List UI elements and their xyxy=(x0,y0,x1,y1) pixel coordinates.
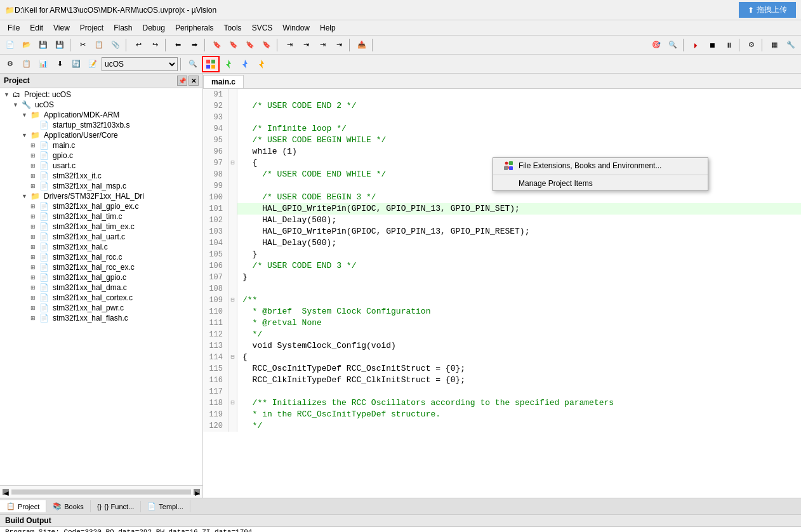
scroll-right-btn[interactable]: ► xyxy=(194,489,200,495)
tb2-btn1[interactable]: ⚙ xyxy=(3,57,18,72)
bookmark3-btn[interactable]: 🔖 xyxy=(242,37,258,53)
save-all-btn[interactable]: 💾 xyxy=(52,37,67,53)
menu-item-window[interactable]: Window xyxy=(277,22,315,34)
debug-stop-btn[interactable]: ⏹ xyxy=(705,37,720,53)
expand-icon-19[interactable]: ⊞ xyxy=(30,284,37,291)
expand-icon-6[interactable]: ⊞ xyxy=(30,152,37,159)
tree-item-12[interactable]: ⊞📄stm32f1xx_hal_tim.c xyxy=(0,211,202,222)
project-pin-btn[interactable]: 📌 xyxy=(177,76,187,86)
tree-item-6[interactable]: ⊞📄gpio.c xyxy=(0,150,202,161)
tb2-btn8[interactable] xyxy=(221,57,236,72)
tree-item-18[interactable]: ⊞📄stm32f1xx_hal_gpio.c xyxy=(0,272,202,283)
project-close-btn[interactable]: ✕ xyxy=(189,76,199,86)
tree-item-5[interactable]: ⊞📄main.c xyxy=(0,140,202,150)
bookmark2-btn[interactable]: 🔖 xyxy=(226,37,241,53)
tree-item-8[interactable]: ⊞📄stm32f1xx_it.c xyxy=(0,171,202,181)
expand-icon-15[interactable]: ⊞ xyxy=(30,244,37,250)
expand-icon-13[interactable]: ⊞ xyxy=(30,223,37,230)
search-btn[interactable]: 🔍 xyxy=(665,37,680,53)
bookmark4-btn[interactable]: 🔖 xyxy=(259,37,274,53)
expand-icon-4[interactable]: ▼ xyxy=(22,132,28,138)
tb2-btn10[interactable] xyxy=(254,57,269,72)
open-btn[interactable]: 📂 xyxy=(19,37,34,53)
code-area[interactable]: 9192 /* USER CODE END 2 */9394 /* Infini… xyxy=(203,89,801,498)
menu-item-edit[interactable]: Edit xyxy=(25,22,48,34)
tree-item-22[interactable]: ⊞📄stm32f1xx_hal_flash.c xyxy=(0,313,202,323)
tree-item-3[interactable]: 📄startup_stm32f103xb.s xyxy=(0,120,202,130)
scroll-left-btn[interactable]: ◄ xyxy=(3,489,9,495)
tree-item-21[interactable]: ⊞📄stm32f1xx_hal_pwr.c xyxy=(0,303,202,313)
bottom-tab-0[interactable]: 📋Project xyxy=(0,500,46,512)
expand-icon-16[interactable]: ⊞ xyxy=(30,254,37,260)
cut-btn[interactable]: ✂ xyxy=(75,37,90,53)
expand-icon-22[interactable]: ⊞ xyxy=(30,315,37,321)
tree-item-2[interactable]: ▼📁Application/MDK-ARM xyxy=(0,110,202,120)
menu-item-flash[interactable]: Flash xyxy=(109,22,137,34)
tree-item-9[interactable]: ⊞📄stm32f1xx_hal_msp.c xyxy=(0,181,202,191)
fold-col-97[interactable]: ⊟ xyxy=(228,157,237,169)
bottom-tab-3[interactable]: 📄Templ... xyxy=(141,500,190,512)
tree-item-16[interactable]: ⊞📄stm32f1xx_hal_rcc.c xyxy=(0,252,202,262)
h-scrollbar[interactable] xyxy=(11,489,191,495)
indent3-btn[interactable]: ⇥ xyxy=(315,37,330,53)
indent2-btn[interactable]: ⇥ xyxy=(298,37,314,53)
tree-item-4[interactable]: ▼📁Application/User/Core xyxy=(0,130,202,140)
tree-item-14[interactable]: ⊞📄stm32f1xx_hal_uart.c xyxy=(0,232,202,242)
tree-item-15[interactable]: ⊞📄stm32f1xx_hal.c xyxy=(0,242,202,252)
tree-item-7[interactable]: ⊞📄usart.c xyxy=(0,161,202,171)
target-btn[interactable]: 🎯 xyxy=(649,37,664,53)
insert-btn[interactable]: 📥 xyxy=(354,37,369,53)
menu-item-view[interactable]: View xyxy=(48,22,75,34)
menu-item-debug[interactable]: Debug xyxy=(138,22,170,34)
menu-item-tools[interactable]: Tools xyxy=(219,22,247,34)
save-btn[interactable]: 💾 xyxy=(36,37,51,53)
expand-icon-18[interactable]: ⊞ xyxy=(30,274,37,281)
expand-icon-14[interactable]: ⊞ xyxy=(30,234,37,240)
undo-btn[interactable]: ↩ xyxy=(131,37,146,53)
menu-item-help[interactable]: Help xyxy=(315,22,341,34)
target-select[interactable]: ucOS xyxy=(102,57,178,71)
config-btn[interactable]: ⚙ xyxy=(744,37,759,53)
copy-btn[interactable]: 📋 xyxy=(91,37,107,53)
expand-icon-0[interactable]: ▼ xyxy=(4,91,10,98)
expand-icon-5[interactable]: ⊞ xyxy=(30,142,37,149)
indent-btn[interactable]: ⇥ xyxy=(282,37,297,53)
tree-item-11[interactable]: ⊞📄stm32f1xx_hal_gpio_ex.c xyxy=(0,201,202,211)
bookmark1-btn[interactable]: 🔖 xyxy=(209,37,225,53)
manage-project-btn[interactable] xyxy=(202,56,220,72)
tree-item-13[interactable]: ⊞📄stm32f1xx_hal_tim_ex.c xyxy=(0,222,202,232)
manage-project-items[interactable]: Manage Project Items xyxy=(493,176,708,190)
debug-start-btn[interactable]: ⏵ xyxy=(688,37,703,53)
bottom-tab-1[interactable]: 📚Books xyxy=(46,500,91,512)
expand-icon-11[interactable]: ⊞ xyxy=(30,203,37,209)
tree-item-20[interactable]: ⊞📄stm32f1xx_hal_cortex.c xyxy=(0,293,202,303)
redo-btn[interactable]: ↪ xyxy=(147,37,162,53)
expand-icon-20[interactable]: ⊞ xyxy=(30,295,37,301)
tab-main-c[interactable]: main.c xyxy=(203,75,244,88)
tb2-btn5[interactable]: 📝 xyxy=(85,57,100,72)
expand-icon-2[interactable]: ▼ xyxy=(22,112,28,118)
menu-item-project[interactable]: Project xyxy=(75,22,109,34)
layout-btn[interactable]: ▦ xyxy=(767,37,782,53)
file-extensions-item[interactable]: File Extensions, Books and Environment..… xyxy=(493,158,708,173)
paste-btn[interactable]: 📎 xyxy=(108,37,123,53)
expand-icon-21[interactable]: ⊞ xyxy=(30,305,37,311)
menu-item-peripherals[interactable]: Peripherals xyxy=(170,22,219,34)
new-file-btn[interactable]: 📄 xyxy=(3,37,18,53)
expand-icon-9[interactable]: ⊞ xyxy=(30,183,37,189)
tree-item-10[interactable]: ▼📁Drivers/STM32F1xx_HAL_Dri xyxy=(0,191,202,201)
menu-item-file[interactable]: File xyxy=(3,22,25,34)
expand-icon-17[interactable]: ⊞ xyxy=(30,264,37,270)
menu-item-svcs[interactable]: SVCS xyxy=(247,22,278,34)
tree-item-0[interactable]: ▼🗂Project: ucOS xyxy=(0,90,202,100)
tb2-loop-btn[interactable]: 🔄 xyxy=(69,57,84,72)
fold-col-118[interactable]: ⊟ xyxy=(228,397,237,409)
tb2-btn2[interactable]: 📋 xyxy=(19,57,34,72)
tree-item-1[interactable]: ▼🔧ucOS xyxy=(0,100,202,110)
expand-icon-10[interactable]: ▼ xyxy=(22,193,28,199)
expand-icon-1[interactable]: ▼ xyxy=(13,102,19,108)
expand-icon-8[interactable]: ⊞ xyxy=(30,173,37,179)
top-right-button[interactable]: ⬆ 拖拽上传 xyxy=(739,2,796,18)
tb2-btn6[interactable]: 🔍 xyxy=(185,57,201,72)
tree-item-19[interactable]: ⊞📄stm32f1xx_hal_dma.c xyxy=(0,283,202,293)
